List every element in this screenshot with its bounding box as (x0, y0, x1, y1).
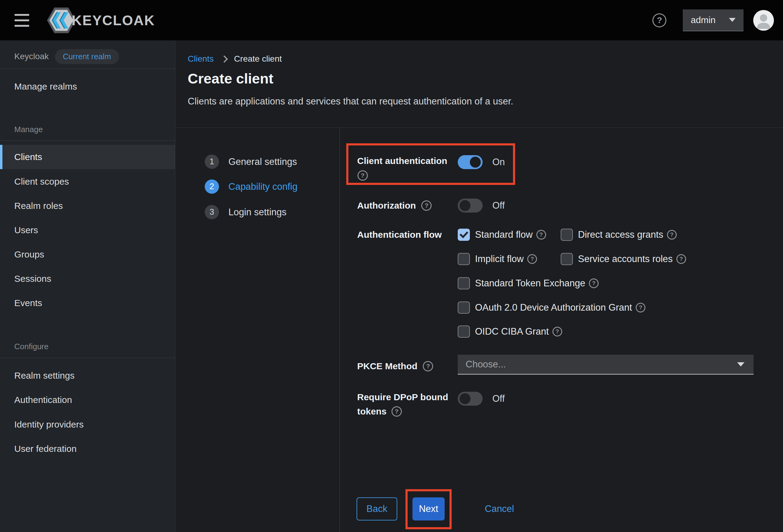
step-number: 2 (205, 180, 219, 194)
checkbox-unchecked-icon[interactable] (458, 302, 470, 314)
wizard-step-capability-config[interactable]: 2 Capability config (205, 180, 297, 194)
pkce-method-help-icon[interactable] (423, 361, 433, 371)
checkbox-unchecked-icon[interactable] (458, 253, 470, 265)
pkce-method-value: Choose... (466, 359, 737, 370)
main-content: Clients Create client Create client Clie… (175, 40, 783, 532)
wizard-steps-nav: 1 General settings 2 Capability config 3… (175, 128, 340, 532)
sidebar-group-manage: Manage (14, 125, 43, 134)
oauth-device-grant-help-icon[interactable] (636, 303, 646, 312)
oidc-ciba-grant-help-icon[interactable] (553, 327, 562, 337)
brand-name: KEYCLOAK (72, 12, 155, 29)
checkbox-unchecked-icon[interactable] (458, 277, 470, 289)
standard-token-exchange-help-icon[interactable] (589, 278, 599, 288)
checkbox-direct-access-grants[interactable]: Direct access grants (561, 229, 677, 241)
sidebar-item-users[interactable]: Users (0, 218, 175, 242)
authorization-value: Off (492, 200, 505, 211)
require-dpop-toggle[interactable] (458, 392, 482, 406)
keycloak-logo: KEYCLOAK (47, 6, 155, 35)
step-number: 3 (205, 205, 219, 219)
wizard-step-general-settings[interactable]: 1 General settings (205, 155, 297, 169)
current-realm-badge[interactable]: Current realm (55, 49, 119, 64)
implicit-flow-help-icon[interactable] (527, 254, 537, 264)
next-button[interactable]: Next (412, 497, 445, 521)
chevron-down-icon (737, 362, 745, 367)
checkbox-unchecked-icon[interactable] (458, 325, 470, 338)
sidebar-item-groups[interactable]: Groups (0, 242, 175, 267)
sidebar-item-realm-roles[interactable]: Realm roles (0, 194, 175, 218)
require-dpop-label-line2: tokens (357, 406, 387, 417)
user-menu-label: admin (691, 15, 716, 25)
sidebar-item-realm-settings[interactable]: Realm settings (0, 364, 175, 388)
authorization-toggle[interactable] (458, 198, 482, 213)
realm-context-label: Keycloak (14, 52, 49, 61)
sidebar-item-client-scopes[interactable]: Client scopes (0, 169, 175, 194)
pkce-method-select[interactable]: Choose... (458, 355, 754, 375)
back-button[interactable]: Back (356, 497, 397, 521)
checkbox-oidc-ciba-grant[interactable]: OIDC CIBA Grant (458, 325, 562, 338)
sidebar-item-authentication[interactable]: Authentication (0, 388, 175, 412)
checkbox-checked-icon[interactable] (458, 229, 470, 241)
breadcrumb: Clients Create client (188, 54, 282, 64)
sidebar-group-configure: Configure (14, 342, 49, 351)
sidebar-item-identity-providers[interactable]: Identity providers (0, 412, 175, 437)
breadcrumb-separator-icon (220, 55, 228, 63)
checkbox-unchecked-icon[interactable] (561, 253, 573, 265)
wizard-step-login-settings[interactable]: 3 Login settings (205, 205, 286, 219)
avatar[interactable] (753, 10, 774, 31)
breadcrumb-clients-link[interactable]: Clients (188, 54, 214, 64)
pkce-method-label: PKCE Method (357, 361, 417, 371)
chevron-down-icon (729, 18, 735, 22)
step-number: 1 (205, 155, 219, 169)
client-authentication-toggle[interactable] (458, 155, 482, 169)
service-accounts-roles-help-icon[interactable] (677, 254, 686, 264)
help-icon[interactable] (652, 13, 666, 27)
checkbox-implicit-flow[interactable]: Implicit flow (458, 253, 537, 265)
sidebar-item-user-federation[interactable]: User federation (0, 437, 175, 461)
selected-indicator (0, 145, 2, 169)
standard-flow-help-icon[interactable] (536, 230, 546, 240)
sidebar-item-clients[interactable]: Clients (0, 145, 175, 169)
top-bar: KEYCLOAK admin (0, 0, 783, 40)
sidebar-item-manage-realms[interactable]: Manage realms (0, 74, 175, 99)
client-authentication-label: Client authentication (357, 156, 447, 166)
client-authentication-value: On (492, 157, 505, 167)
sidebar-item-sessions[interactable]: Sessions (0, 267, 175, 291)
require-dpop-value: Off (492, 393, 505, 404)
authorization-label: Authorization (357, 200, 416, 211)
client-authentication-help-icon[interactable] (357, 170, 368, 181)
capability-config-form: Client authentication On Authorization O… (340, 128, 783, 532)
person-icon (753, 10, 774, 31)
sidebar: Keycloak Current realm Manage realms Man… (0, 40, 175, 532)
checkbox-unchecked-icon[interactable] (561, 229, 573, 241)
checkbox-oauth-device-grant[interactable]: OAuth 2.0 Device Authorization Grant (458, 302, 646, 314)
sidebar-item-events[interactable]: Events (0, 291, 175, 315)
page-title: Create client (188, 70, 273, 87)
breadcrumb-current: Create client (234, 54, 282, 64)
checkbox-standard-token-exchange[interactable]: Standard Token Exchange (458, 277, 599, 289)
page-description: Clients are applications and services th… (188, 96, 513, 107)
direct-access-grants-help-icon[interactable] (667, 230, 677, 240)
hamburger-menu-icon[interactable] (14, 14, 29, 27)
checkbox-standard-flow[interactable]: Standard flow (458, 229, 546, 241)
require-dpop-label-line1: Require DPoP bound (357, 389, 458, 405)
page-header: Clients Create client Create client Clie… (175, 40, 783, 128)
checkbox-service-accounts-roles[interactable]: Service accounts roles (561, 253, 686, 265)
cancel-link[interactable]: Cancel (485, 502, 514, 515)
authorization-help-icon[interactable] (421, 200, 432, 211)
require-dpop-help-icon[interactable] (392, 406, 402, 417)
authentication-flow-label: Authentication flow (357, 229, 442, 240)
user-menu-dropdown[interactable]: admin (683, 9, 744, 31)
